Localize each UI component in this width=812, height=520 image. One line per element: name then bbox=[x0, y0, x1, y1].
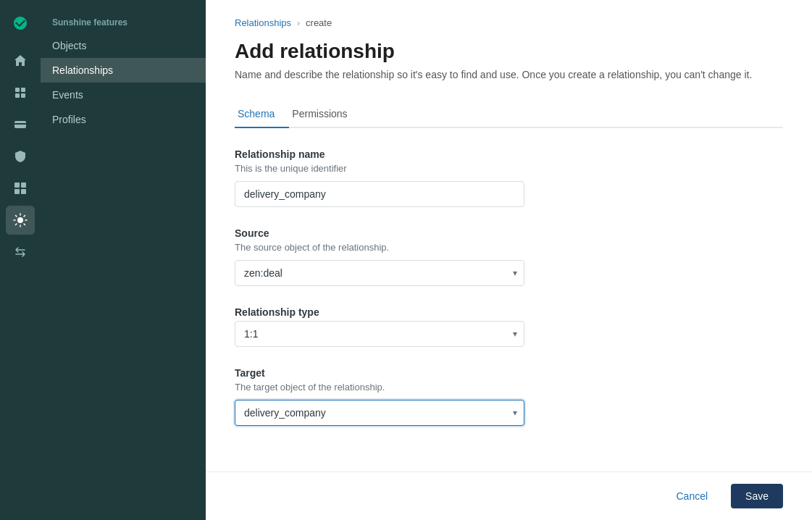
target-group: Target The target object of the relation… bbox=[235, 367, 783, 426]
target-select[interactable]: delivery_company zen:user zen:ticket zen… bbox=[235, 400, 524, 426]
relationship-name-hint: This is the unique identifier bbox=[235, 163, 783, 174]
shield-icon[interactable] bbox=[6, 142, 35, 171]
sunshine-icon[interactable] bbox=[6, 206, 35, 235]
building-icon[interactable] bbox=[6, 78, 35, 107]
sidebar-item-profiles[interactable]: Profiles bbox=[41, 107, 206, 132]
sidebar-section-title: Sunshine features bbox=[41, 12, 206, 33]
relationship-name-group: Relationship name This is the unique ide… bbox=[235, 148, 783, 207]
tab-permissions[interactable]: Permissions bbox=[289, 101, 361, 128]
card-icon[interactable] bbox=[6, 110, 35, 139]
breadcrumb-separator: › bbox=[297, 18, 300, 28]
breadcrumb-link[interactable]: Relationships bbox=[235, 17, 291, 28]
sidebar-item-objects[interactable]: Objects bbox=[41, 33, 206, 58]
main-content: Relationships › create Add relationship … bbox=[206, 0, 812, 520]
relationship-type-group: Relationship type 1:1 1:N N:N ▾ bbox=[235, 306, 783, 347]
svg-rect-0 bbox=[15, 88, 20, 92]
svg-rect-5 bbox=[14, 123, 26, 125]
svg-rect-7 bbox=[21, 183, 26, 188]
target-select-wrapper: delivery_company zen:user zen:ticket zen… bbox=[235, 400, 524, 426]
tab-bar: Schema Permissions bbox=[235, 101, 783, 128]
svg-rect-1 bbox=[21, 88, 25, 92]
tab-schema[interactable]: Schema bbox=[235, 101, 289, 128]
source-group: Source The source object of the relation… bbox=[235, 227, 783, 286]
cancel-button[interactable]: Cancel bbox=[661, 484, 722, 508]
svg-rect-2 bbox=[15, 93, 20, 98]
target-label: Target bbox=[235, 367, 783, 379]
save-button[interactable]: Save bbox=[731, 484, 783, 508]
source-label: Source bbox=[235, 227, 783, 239]
svg-rect-6 bbox=[14, 183, 20, 188]
source-select-wrapper: zen:deal zen:user zen:ticket zen:organiz… bbox=[235, 260, 524, 286]
apps-icon[interactable] bbox=[6, 174, 35, 203]
target-hint: The target object of the relationship. bbox=[235, 382, 783, 393]
source-select[interactable]: zen:deal zen:user zen:ticket zen:organiz… bbox=[235, 260, 524, 286]
source-hint: The source object of the relationship. bbox=[235, 242, 783, 253]
home-icon[interactable] bbox=[6, 46, 35, 75]
breadcrumb-current: create bbox=[306, 17, 332, 28]
svg-rect-8 bbox=[14, 189, 20, 194]
sidebar: Sunshine features Objects Relationships … bbox=[41, 0, 206, 520]
sidebar-item-events[interactable]: Events bbox=[41, 83, 206, 107]
breadcrumb: Relationships › create bbox=[235, 17, 783, 28]
relationship-type-select[interactable]: 1:1 1:N N:N bbox=[235, 321, 524, 347]
page-title: Add relationship bbox=[235, 40, 783, 63]
relationship-type-select-wrapper: 1:1 1:N N:N ▾ bbox=[235, 321, 524, 347]
content-area: Relationships › create Add relationship … bbox=[206, 0, 812, 471]
relationship-type-label: Relationship type bbox=[235, 306, 783, 318]
icon-rail bbox=[0, 0, 41, 520]
svg-rect-3 bbox=[21, 93, 25, 98]
sidebar-item-relationships[interactable]: Relationships bbox=[41, 58, 206, 83]
relationship-name-input[interactable] bbox=[235, 181, 524, 207]
page-description: Name and describe the relationship so it… bbox=[235, 69, 783, 80]
transfer-icon[interactable] bbox=[6, 238, 35, 267]
logo-icon[interactable] bbox=[6, 9, 35, 38]
relationship-name-label: Relationship name bbox=[235, 148, 783, 160]
svg-point-10 bbox=[17, 217, 23, 223]
footer: Cancel Save bbox=[206, 471, 812, 520]
svg-rect-9 bbox=[21, 189, 26, 194]
